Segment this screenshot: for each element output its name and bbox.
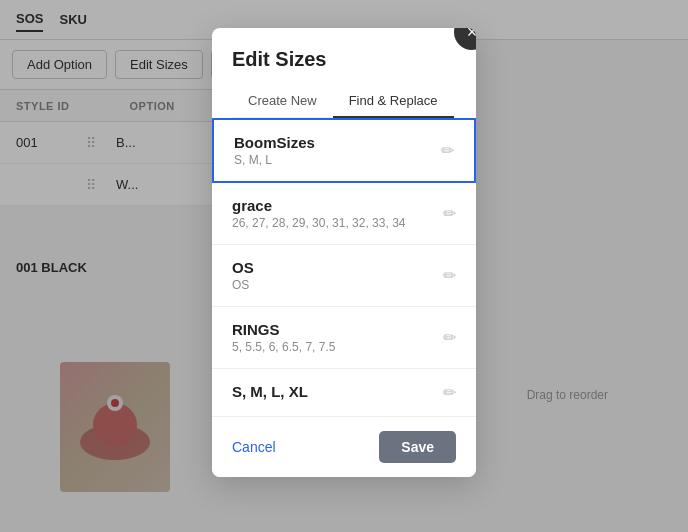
size-item-boomsizes[interactable]: BoomSizes S, M, L ✏ — [212, 118, 476, 183]
size-values: OS — [232, 278, 254, 292]
size-item-smlxl[interactable]: S, M, L, XL ✏ — [212, 369, 476, 416]
size-values: S, M, L — [234, 153, 315, 167]
save-button[interactable]: Save — [379, 431, 456, 463]
size-values: 5, 5.5, 6, 6.5, 7, 7.5 — [232, 340, 335, 354]
edit-icon[interactable]: ✏ — [443, 328, 456, 347]
modal-tabs: Create New Find & Replace — [232, 85, 456, 118]
edit-icon[interactable]: ✏ — [443, 266, 456, 285]
modal-footer: Cancel Save — [212, 416, 476, 477]
tab-create-new[interactable]: Create New — [232, 85, 333, 118]
edit-icon[interactable]: ✏ — [443, 204, 456, 223]
size-name: OS — [232, 259, 254, 276]
modal-title: Edit Sizes — [232, 48, 456, 71]
size-name: S, M, L, XL — [232, 383, 308, 400]
size-item-info: RINGS 5, 5.5, 6, 6.5, 7, 7.5 — [232, 321, 335, 354]
size-name: grace — [232, 197, 405, 214]
size-name: BoomSizes — [234, 134, 315, 151]
edit-icon[interactable]: ✏ — [443, 383, 456, 402]
size-item-grace[interactable]: grace 26, 27, 28, 29, 30, 31, 32, 33, 34… — [212, 183, 476, 245]
size-item-info: BoomSizes S, M, L — [234, 134, 315, 167]
size-item-info: S, M, L, XL — [232, 383, 308, 402]
size-item-info: OS OS — [232, 259, 254, 292]
close-icon: × — [467, 28, 476, 43]
modal-header: Edit Sizes Create New Find & Replace — [212, 28, 476, 118]
edit-sizes-modal: × Edit Sizes Create New Find & Replace B… — [212, 28, 476, 477]
edit-icon[interactable]: ✏ — [441, 141, 454, 160]
size-item-info: grace 26, 27, 28, 29, 30, 31, 32, 33, 34 — [232, 197, 405, 230]
size-name: RINGS — [232, 321, 335, 338]
size-item-os[interactable]: OS OS ✏ — [212, 245, 476, 307]
size-item-rings[interactable]: RINGS 5, 5.5, 6, 6.5, 7, 7.5 ✏ — [212, 307, 476, 369]
tab-find-replace[interactable]: Find & Replace — [333, 85, 454, 118]
size-values: 26, 27, 28, 29, 30, 31, 32, 33, 34 — [232, 216, 405, 230]
size-list: BoomSizes S, M, L ✏ grace 26, 27, 28, 29… — [212, 118, 476, 416]
cancel-button[interactable]: Cancel — [232, 439, 276, 455]
